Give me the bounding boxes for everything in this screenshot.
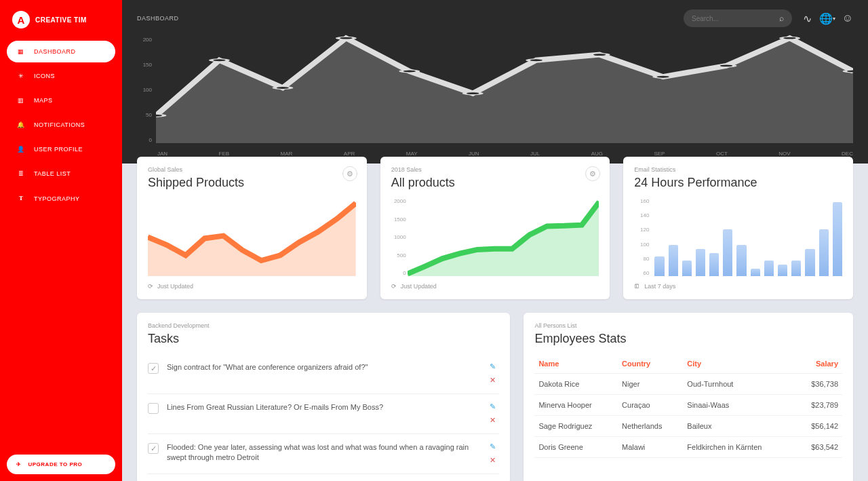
card-subtitle: All Persons List bbox=[534, 322, 842, 329]
th-name[interactable]: Name bbox=[534, 354, 618, 374]
table-row: Dakota RiceNigerOud-Turnhout$36,738 bbox=[534, 374, 842, 395]
th-country[interactable]: Country bbox=[618, 354, 683, 374]
brand-logo-icon: A bbox=[12, 11, 30, 28]
refresh-icon: ⟳ bbox=[148, 283, 153, 290]
page-title: DASHBOARD bbox=[137, 15, 179, 22]
svg-point-19 bbox=[278, 254, 282, 256]
edit-icon[interactable]: ✎ bbox=[490, 362, 499, 372]
rocket-icon: ✈ bbox=[16, 461, 22, 467]
calendar-icon: 🗓 bbox=[634, 283, 640, 290]
bar bbox=[819, 229, 829, 276]
card-24h: Email Statistics 24 Hours Performance 16… bbox=[623, 157, 853, 299]
sidebar-item-label: NOTIFICATIONS bbox=[34, 121, 85, 128]
sidebar-item-table-list[interactable]: ≣TABLE LIST bbox=[7, 163, 115, 185]
th-city[interactable]: City bbox=[683, 354, 795, 374]
bar bbox=[723, 229, 732, 276]
atom-icon: ✳ bbox=[16, 73, 26, 79]
main-chart: 200150100500 JANFEBMARAPRMAYJUNJULAUGSEP… bbox=[137, 33, 853, 158]
employees-table: Name Country City Salary Dakota RiceNige… bbox=[534, 354, 842, 458]
card-subtitle: Backend Development bbox=[148, 322, 499, 329]
search-icon[interactable]: ⌕ bbox=[779, 14, 784, 23]
svg-point-9 bbox=[718, 64, 735, 67]
svg-point-16 bbox=[221, 235, 225, 236]
table-row: Sage RodriguezNetherlandsBaileux$56,142 bbox=[534, 416, 842, 437]
bar bbox=[709, 253, 719, 277]
delete-icon[interactable]: ✕ bbox=[490, 456, 499, 465]
svg-point-13 bbox=[165, 244, 169, 246]
bar bbox=[833, 202, 842, 276]
delete-icon[interactable]: ✕ bbox=[490, 416, 499, 425]
card-subtitle: 2018 Sales bbox=[391, 166, 599, 173]
edit-icon[interactable]: ✎ bbox=[490, 442, 499, 452]
delete-icon[interactable]: ✕ bbox=[490, 376, 499, 385]
sidebar-item-dashboard[interactable]: ▦DASHBOARD bbox=[7, 41, 115, 62]
task-row: Sign contract for "What are conference o… bbox=[148, 354, 499, 394]
svg-point-3 bbox=[338, 37, 355, 39]
svg-point-31 bbox=[528, 234, 532, 235]
svg-point-4 bbox=[401, 70, 418, 73]
svg-point-0 bbox=[156, 114, 164, 117]
th-salary[interactable]: Salary bbox=[795, 354, 842, 374]
svg-point-22 bbox=[335, 218, 339, 220]
task-text: Lines From Great Russian Literature? Or … bbox=[167, 402, 481, 412]
bar bbox=[682, 261, 692, 276]
sidebar-item-user-profile[interactable]: 👤USER PROFILE bbox=[7, 138, 115, 160]
card-title: Employees Stats bbox=[534, 332, 842, 346]
brand[interactable]: A CREATIVE TIM bbox=[7, 7, 115, 33]
svg-point-18 bbox=[259, 260, 263, 261]
svg-point-32 bbox=[545, 225, 549, 227]
svg-point-10 bbox=[781, 37, 798, 39]
table-row: Minerva HooperCuraçaoSinaai-Waas$23,789 bbox=[534, 395, 842, 416]
user-icon[interactable]: ☺ bbox=[842, 13, 853, 24]
svg-point-30 bbox=[510, 248, 514, 250]
task-checkbox[interactable] bbox=[148, 363, 159, 374]
task-text: Flooded: One year later, assessing what … bbox=[167, 442, 481, 463]
edit-icon[interactable]: ✎ bbox=[490, 402, 499, 412]
card-footer: Just Updated bbox=[157, 283, 193, 290]
sidebar-item-icons[interactable]: ✳ICONS bbox=[7, 65, 115, 87]
bar bbox=[654, 256, 664, 276]
globe-icon[interactable]: 🌐 ▾ bbox=[822, 13, 833, 24]
svg-point-14 bbox=[184, 254, 188, 256]
search-input[interactable] bbox=[692, 15, 779, 22]
bell-icon: 🔔 bbox=[16, 121, 26, 128]
upgrade-button[interactable]: ✈ UPGRADE TO PRO bbox=[7, 455, 115, 474]
sidebar-item-typography[interactable]: 𝐓TYPOGRAPHY bbox=[7, 187, 115, 210]
card-footer: Just Updated bbox=[401, 283, 437, 290]
task-checkbox[interactable] bbox=[148, 443, 159, 454]
task-row: Lines From Great Russian Literature? Or … bbox=[148, 394, 499, 434]
svg-point-11 bbox=[845, 70, 853, 73]
card-tasks: Backend Development Tasks Sign contract … bbox=[137, 313, 510, 481]
list-icon: ≣ bbox=[16, 170, 26, 177]
svg-point-5 bbox=[465, 92, 481, 95]
user-icon: 👤 bbox=[16, 146, 26, 153]
sidebar-item-notifications[interactable]: 🔔NOTIFICATIONS bbox=[7, 114, 115, 136]
task-text: Sign contract for "What are conference o… bbox=[167, 362, 481, 372]
gear-icon[interactable]: ⚙ bbox=[342, 166, 357, 181]
svg-point-25 bbox=[423, 265, 427, 267]
svg-point-21 bbox=[316, 231, 320, 233]
svg-point-15 bbox=[203, 237, 207, 239]
task-checkbox[interactable] bbox=[148, 403, 159, 414]
svg-point-2 bbox=[275, 87, 292, 90]
bar bbox=[736, 245, 746, 276]
grid-icon: ▦ bbox=[16, 48, 26, 55]
svg-point-17 bbox=[240, 250, 244, 251]
svg-point-26 bbox=[440, 258, 444, 259]
activity-icon[interactable]: ∿ bbox=[802, 13, 812, 24]
card-footer: Last 7 days bbox=[644, 283, 675, 290]
bar bbox=[805, 249, 814, 276]
topbar: DASHBOARD ⌕ ∿ 🌐 ▾ ☺ bbox=[137, 9, 853, 27]
bar bbox=[764, 261, 774, 276]
sidebar-item-label: USER PROFILE bbox=[34, 146, 83, 153]
svg-point-27 bbox=[458, 253, 462, 254]
card-subtitle: Global Sales bbox=[148, 166, 356, 173]
sidebar-item-maps[interactable]: ▥MAPS bbox=[7, 90, 115, 111]
bar bbox=[696, 249, 705, 276]
card-title: Tasks bbox=[148, 332, 499, 346]
search-box[interactable]: ⌕ bbox=[684, 9, 792, 27]
card-title: Shipped Products bbox=[148, 176, 356, 190]
nav: ▦DASHBOARD✳ICONS▥MAPS🔔NOTIFICATIONS👤USER… bbox=[7, 41, 115, 210]
svg-point-28 bbox=[475, 249, 479, 250]
sidebar: A CREATIVE TIM ▦DASHBOARD✳ICONS▥MAPS🔔NOT… bbox=[0, 0, 122, 481]
